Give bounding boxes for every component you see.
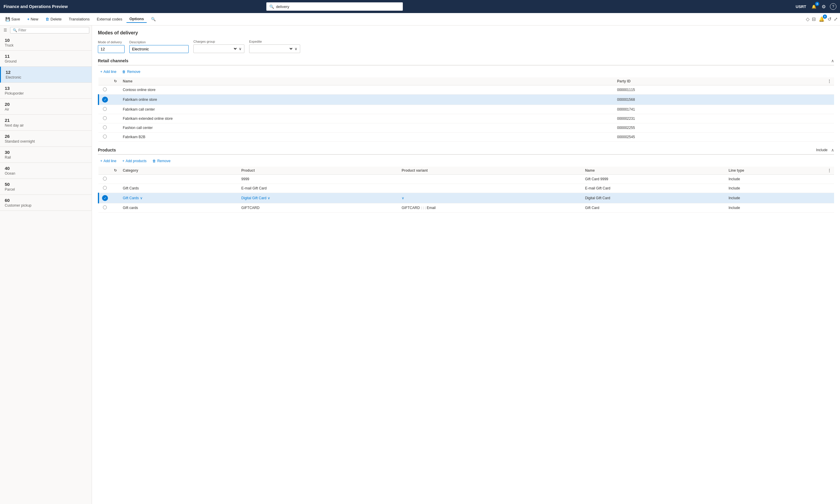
row-select-cell[interactable] [99, 175, 111, 184]
sidebar-item-50[interactable]: 50Parcel [0, 179, 92, 195]
row-refresh-cell [111, 132, 120, 142]
options-button[interactable]: Options [126, 15, 147, 23]
row-category-cell[interactable]: Gift Cards ∨ [120, 193, 238, 203]
retail-channels-collapse-btn[interactable]: ∧ [831, 58, 834, 63]
notification-bell[interactable]: 🔔 4 [810, 3, 818, 10]
refresh-icon[interactable]: ↺ [827, 16, 832, 22]
table-row[interactable]: Fabrikam call center 000001741 [99, 105, 834, 114]
retail-actions-col: ⋮ [825, 77, 834, 85]
row-product-cell[interactable]: Digital Gift Card ∨ [238, 193, 399, 203]
search-input[interactable] [276, 4, 400, 9]
row-select-cell[interactable] [99, 184, 111, 193]
retail-remove-icon: 🗑 [122, 70, 126, 74]
row-radio[interactable] [103, 177, 107, 181]
external-codes-button[interactable]: External codes [94, 16, 125, 22]
row-select-cell[interactable] [99, 203, 111, 213]
products-remove-button[interactable]: 🗑 Remove [150, 158, 173, 164]
retail-remove-button[interactable]: 🗑 Remove [120, 69, 143, 75]
expand-icon[interactable]: ⤢ [834, 16, 838, 22]
new-button[interactable]: + New [24, 16, 41, 22]
sidebar-list: 10Truck11Ground12Electronic13Pickuporder… [0, 35, 92, 504]
delete-button[interactable]: 🗑 Delete [42, 16, 65, 22]
description-input[interactable] [129, 45, 189, 53]
filter-toggle-button[interactable]: ☰ [2, 27, 8, 34]
retail-add-line-button[interactable]: + Add line [98, 69, 119, 75]
products-add-products-button[interactable]: + Add products [120, 158, 149, 164]
row-select-cell[interactable] [99, 85, 111, 94]
row-select-cell[interactable]: ✓ [99, 193, 111, 203]
sidebar-item-11[interactable]: 11Ground [0, 51, 92, 67]
row-select-cell[interactable]: ✓ [99, 94, 111, 105]
row-select-cell[interactable] [99, 105, 111, 114]
row-actions-cell [825, 132, 834, 142]
sidebar-item-name: Standard overnight [5, 139, 87, 144]
row-radio[interactable] [103, 116, 107, 120]
row-variant-cell[interactable]: ∨ [399, 193, 582, 203]
table-row[interactable]: Fabrikam extended online store 000002231 [99, 114, 834, 123]
translations-button[interactable]: Translations [66, 16, 92, 22]
retail-channels-table: ↻ Name Party ID ⋮ Contoso online store 0… [98, 77, 834, 142]
row-actions-cell [825, 175, 834, 184]
row-select-cell[interactable] [99, 132, 111, 142]
sidebar-item-name: Parcel [5, 187, 87, 192]
row-radio[interactable] [103, 134, 107, 139]
search-bar[interactable]: 🔍 [266, 2, 403, 11]
help-icon[interactable]: ? [830, 3, 837, 10]
table-row[interactable]: 9999 Gift Card 9999 Include [99, 175, 834, 184]
mode-of-delivery-input[interactable] [98, 45, 125, 53]
row-select-cell[interactable] [99, 123, 111, 132]
save-button[interactable]: 💾 Save [2, 16, 23, 22]
row-radio[interactable] [103, 107, 107, 111]
products-collapse-btn[interactable]: ∧ [831, 148, 834, 152]
row-checkbox-checked: ✓ [102, 195, 108, 201]
table-row[interactable]: Contoso online store 000001115 [99, 85, 834, 94]
table-row[interactable]: Fabrikam B2B 000002545 [99, 132, 834, 142]
products-add-line-button[interactable]: + Add line [98, 158, 119, 164]
charges-group-select[interactable] [196, 46, 237, 51]
expedite-select[interactable] [252, 46, 293, 51]
table-row[interactable]: ✓ Gift Cards ∨ Digital Gift Card ∨ ∨ Dig… [99, 193, 834, 203]
product-dropdown[interactable]: Digital Gift Card ∨ [242, 196, 396, 200]
products-refresh-icon[interactable]: ↻ [114, 168, 117, 173]
table-row[interactable]: ✓ Fabrikam online store 000001568 [99, 94, 834, 105]
sidebar-item-10[interactable]: 10Truck [0, 35, 92, 51]
table-row[interactable]: Gift Cards E-mail Gift Card E-mail Gift … [99, 184, 834, 193]
sidebar-item-13[interactable]: 13Pickuporder [0, 83, 92, 99]
charges-group-select-wrap[interactable]: ∨ [193, 44, 245, 53]
search-cmd-button[interactable]: 🔍 [148, 16, 159, 22]
expedite-select-wrap[interactable]: ∨ [249, 44, 300, 53]
sidebar-item-30[interactable]: 30Rail [0, 147, 92, 163]
sidebar-item-60[interactable]: 60Customer pickup [0, 195, 92, 211]
diamond-icon[interactable]: ◇ [806, 16, 809, 22]
sidebar-filter-input[interactable] [18, 28, 87, 32]
row-radio[interactable] [103, 205, 107, 209]
gear-icon[interactable]: ⚙ [822, 4, 826, 10]
row-radio[interactable] [103, 125, 107, 129]
sidebar-item-number: 30 [5, 150, 87, 155]
mode-of-delivery-label: Mode of delivery [98, 40, 125, 44]
row-radio[interactable] [103, 88, 107, 91]
variant-dropdown[interactable]: ∨ [401, 196, 579, 200]
row-name-cell: Fashion call center [120, 123, 614, 132]
row-variant-cell [399, 175, 582, 184]
row-name-cell: Fabrikam extended online store [120, 114, 614, 123]
sidebar-item-21[interactable]: 21Next day air [0, 115, 92, 131]
sidebar-item-26[interactable]: 26Standard overnight [0, 131, 92, 147]
mode-of-delivery-field: Mode of delivery [98, 40, 125, 53]
sidebar-item-20[interactable]: 20Air [0, 99, 92, 115]
retail-refresh-icon[interactable]: ↻ [114, 79, 117, 83]
table-row[interactable]: Fashion call center 000002255 [99, 123, 834, 132]
row-select-cell[interactable] [99, 114, 111, 123]
cmd-notification[interactable]: 🔔 0 [818, 16, 825, 23]
row-party-id-cell: 000002231 [614, 114, 825, 123]
row-party-id-cell: 000001741 [614, 105, 825, 114]
products-product-col: Product [238, 167, 399, 175]
sidebar-item-name: Customer pickup [5, 203, 87, 208]
columns-icon[interactable]: ⊟ [812, 16, 816, 22]
row-radio[interactable] [103, 186, 107, 190]
sidebar-item-40[interactable]: 40Ocean [0, 163, 92, 179]
sidebar-item-number: 40 [5, 166, 87, 171]
category-dropdown[interactable]: Gift Cards ∨ [123, 196, 235, 200]
sidebar-item-12[interactable]: 12Electronic [0, 67, 92, 83]
table-row[interactable]: Gift cards GIFTCARD GIFTCARD : : : Email… [99, 203, 834, 213]
